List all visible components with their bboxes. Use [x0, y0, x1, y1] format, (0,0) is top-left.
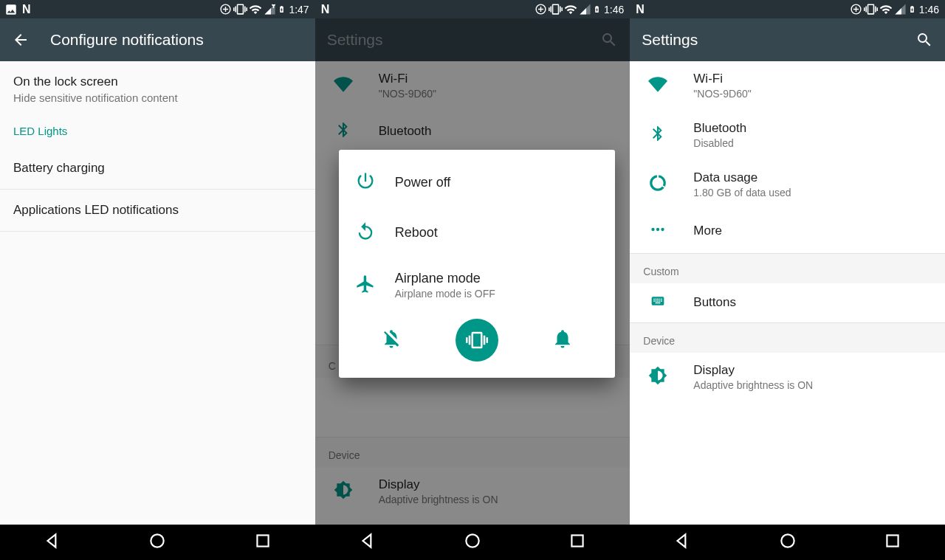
nav-home-icon[interactable] — [778, 531, 797, 553]
battery-charging-icon — [908, 3, 916, 15]
svg-rect-1 — [257, 535, 268, 546]
buttons-item[interactable]: Buttons — [630, 283, 945, 322]
bluetooth-icon — [649, 125, 667, 145]
nav-recent-icon[interactable] — [883, 531, 902, 553]
nav-home-icon[interactable] — [148, 531, 167, 553]
add-circle-icon — [219, 3, 232, 15]
wifi-icon — [564, 3, 577, 16]
custom-section-label: Custom — [630, 253, 945, 283]
picture-icon — [4, 3, 18, 16]
nav-back-icon[interactable] — [358, 531, 377, 553]
led-lights-header: LED Lights — [0, 117, 315, 148]
svg-point-4 — [652, 228, 655, 231]
nougat-n-icon: N — [636, 3, 645, 16]
svg-point-5 — [656, 228, 659, 231]
reboot-icon — [355, 221, 376, 244]
content-list: On the lock screen Hide sensitive notifi… — [0, 61, 315, 525]
nav-back-icon[interactable] — [673, 531, 692, 553]
screen-settings-with-power-menu: N 1:46 Settings Wi-Fi "NOS-9D60" — [315, 0, 630, 560]
vibrate-button-active[interactable] — [456, 319, 498, 362]
toolbar: Settings — [630, 18, 945, 61]
signal-icon — [894, 3, 907, 15]
status-bar: N 1:46 — [315, 0, 630, 18]
nav-recent-icon[interactable] — [253, 531, 272, 553]
battery-charging-item[interactable]: Battery charging — [0, 148, 315, 190]
status-clock: 1:47 — [289, 4, 309, 15]
bluetooth-sub: Disabled — [693, 137, 932, 149]
data-usage-item[interactable]: Data usage 1.80 GB of data used — [630, 160, 945, 210]
navigation-bar — [0, 525, 315, 560]
wifi-title: Wi-Fi — [693, 72, 932, 86]
brightness-icon — [648, 366, 667, 388]
svg-rect-3 — [572, 535, 583, 546]
back-arrow-icon[interactable] — [12, 31, 30, 49]
toolbar: Configure notifications — [0, 18, 315, 61]
airplane-icon — [355, 274, 376, 297]
navigation-bar — [315, 525, 630, 560]
navigation-bar — [630, 525, 945, 560]
wifi-item[interactable]: Wi-Fi "NOS-9D60" — [630, 61, 945, 111]
screen-configure-notifications: N 1:47 Configure notifications On the lo… — [0, 0, 315, 560]
wifi-icon — [249, 3, 262, 16]
content-list: Wi-Fi "NOS-9D60" Bluetooth Disabled Data… — [630, 61, 945, 525]
wifi-icon — [879, 3, 893, 16]
svg-point-6 — [662, 228, 664, 231]
signal-icon — [579, 3, 591, 15]
keyboard-icon — [648, 294, 667, 311]
battery-charging-icon — [593, 3, 601, 15]
page-title: Settings — [642, 31, 895, 49]
nav-home-icon[interactable] — [463, 531, 482, 553]
wifi-sub: "NOS-9D60" — [693, 88, 932, 100]
status-clock: 1:46 — [919, 4, 939, 15]
lock-screen-item[interactable]: On the lock screen Hide sensitive notifi… — [0, 61, 315, 117]
svg-rect-8 — [887, 535, 898, 546]
status-bar: N 1:47 — [0, 0, 315, 18]
display-sub: Adaptive brightness is ON — [693, 379, 932, 391]
more-item[interactable]: More — [630, 210, 945, 253]
vibrate-icon — [549, 2, 563, 16]
status-clock: 1:46 — [604, 4, 624, 15]
power-menu-dialog: Power off Reboot Airplane mode Airplane … — [339, 150, 616, 378]
bluetooth-item[interactable]: Bluetooth Disabled — [630, 111, 945, 160]
nougat-n-icon: N — [22, 3, 31, 16]
screen-settings: N 1:46 Settings Wi-Fi "NOS-9D60" — [630, 0, 945, 560]
battery-charging-icon — [278, 3, 286, 15]
power-icon — [355, 170, 376, 194]
add-circle-icon — [850, 3, 862, 15]
display-item[interactable]: Display Adaptive brightness is ON — [630, 353, 945, 402]
buttons-title: Buttons — [693, 295, 932, 310]
display-title: Display — [693, 363, 932, 378]
data-usage-icon — [648, 173, 667, 196]
nav-back-icon[interactable] — [43, 531, 62, 553]
airplane-mode-item[interactable]: Airplane mode Airplane mode is OFF — [339, 257, 616, 313]
svg-point-2 — [466, 534, 478, 547]
ringer-mode-row — [339, 313, 616, 367]
nav-recent-icon[interactable] — [568, 531, 587, 553]
wifi-icon — [648, 75, 667, 97]
search-icon[interactable] — [915, 31, 933, 49]
svg-point-7 — [781, 534, 794, 547]
data-usage-title: Data usage — [693, 170, 932, 185]
vibrate-icon — [233, 2, 247, 16]
signal-icon — [264, 3, 276, 15]
svg-point-0 — [151, 534, 164, 547]
device-section-label: Device — [630, 322, 945, 353]
apps-led-item[interactable]: Applications LED notifications — [0, 190, 315, 232]
add-circle-icon — [535, 3, 547, 15]
reboot-item[interactable]: Reboot — [339, 207, 616, 257]
more-horiz-icon — [648, 220, 667, 242]
page-title: Configure notifications — [50, 31, 303, 49]
nougat-n-icon: N — [321, 3, 330, 16]
vibrate-icon — [864, 2, 878, 16]
power-off-item[interactable]: Power off — [339, 157, 616, 207]
silent-icon[interactable] — [380, 328, 402, 353]
bluetooth-title: Bluetooth — [693, 121, 932, 136]
more-title: More — [693, 224, 932, 238]
status-bar: N 1:46 — [630, 0, 945, 18]
data-usage-sub: 1.80 GB of data used — [693, 187, 932, 198]
ring-icon[interactable] — [551, 328, 574, 353]
